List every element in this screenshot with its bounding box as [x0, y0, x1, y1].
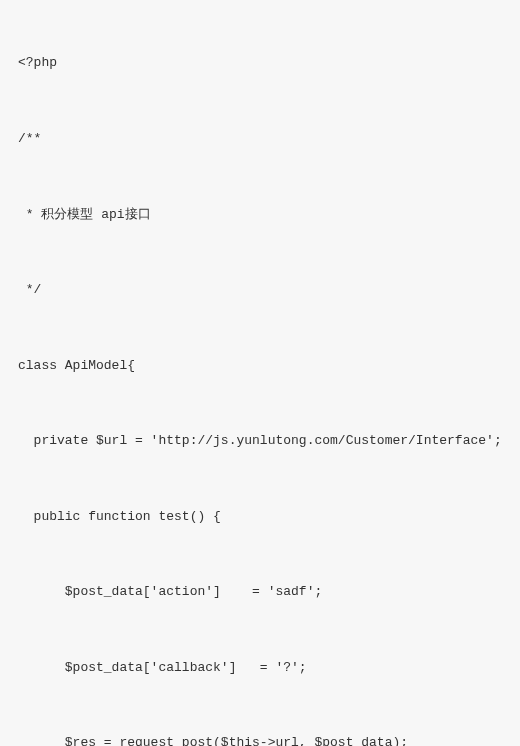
- code-line: <?php: [18, 54, 520, 72]
- code-line: private $url = 'http://js.yunlutong.com/…: [18, 432, 520, 450]
- code-line: $post_data['callback'] = '?';: [18, 659, 520, 677]
- code-line: $res = request_post($this->url, $post_da…: [18, 734, 520, 746]
- code-line: public function test() {: [18, 508, 520, 526]
- code-line: * 积分模型 api接口: [18, 206, 520, 224]
- code-line: */: [18, 281, 520, 299]
- code-line: $post_data['action'] = 'sadf';: [18, 583, 520, 601]
- code-block: <?php /** * 积分模型 api接口 */ class ApiModel…: [18, 18, 520, 746]
- code-line: class ApiModel{: [18, 357, 520, 375]
- code-line: /**: [18, 130, 520, 148]
